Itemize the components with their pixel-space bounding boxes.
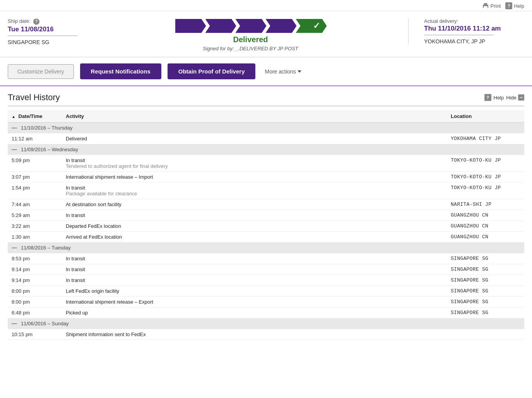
activity-main: In transit — [66, 266, 85, 272]
activity-cell: In transitTendered to authorized agent f… — [62, 155, 447, 172]
action-bar: Customize Delivery Request Notifications… — [0, 57, 532, 86]
location-cell — [447, 329, 524, 340]
location-cell: SINGAPORE SG — [447, 307, 524, 318]
location-cell: TOKYO-KOTO-KU JP — [447, 172, 524, 183]
location-cell: SINGAPORE SG — [447, 297, 524, 307]
activity-cell: In transitPackage available for clearanc… — [62, 183, 447, 199]
table-row: 9:53 pm In transit SINGAPORE SG — [8, 253, 524, 264]
table-row: 1:54 pm In transitPackage available for … — [8, 183, 524, 199]
ship-center: ✓ Delivered Signed for by: _.DELIVERED B… — [93, 18, 408, 51]
activity-main: Delivered — [66, 136, 87, 142]
help-circle-icon[interactable]: ? — [33, 19, 39, 25]
activity-main: Picked up — [66, 310, 88, 316]
table-row: 5:09 pm In transitTendered to authorized… — [8, 155, 524, 172]
day-label: 11/08/2016 – Tuesday — [21, 245, 71, 251]
location-header: Location — [447, 110, 524, 123]
table-row: 6:48 pm Picked up SINGAPORE SG — [8, 307, 524, 318]
time-cell: 7:44 am — [8, 199, 62, 210]
print-icon — [482, 3, 489, 9]
step5-arrow-delivered: ✓ — [296, 19, 327, 33]
step4-arrow — [266, 19, 297, 33]
activity-main: At destination sort facility — [66, 202, 121, 207]
obtain-proof-button[interactable]: Obtain Proof of Delivery — [168, 63, 256, 79]
location-cell: SINGAPORE SG — [447, 286, 524, 297]
progress-bar: ✓ — [175, 19, 326, 33]
customize-delivery-button[interactable]: Customize Delivery — [8, 64, 74, 79]
date-time-header[interactable]: ▲ Date/Time — [8, 110, 62, 123]
minus-icon: − — [518, 94, 524, 101]
activity-header: Activity — [62, 110, 447, 123]
activity-sub: Tendered to authorized agent for final d… — [66, 163, 168, 169]
time-cell: 5:09 pm — [8, 155, 62, 172]
shipment-header: Ship date: ? Tue 11/08/2016 SINGAPORE SG… — [0, 11, 532, 57]
activity-sub: Package available for clearance — [66, 191, 137, 196]
activity-cell: In transit — [62, 275, 447, 286]
day-label: 11/09/2016 – Wednesday — [21, 147, 78, 152]
step1-arrow — [175, 19, 206, 33]
top-bar: Print ? Help — [0, 0, 532, 11]
day-label: 11/06/2016 – Sunday — [21, 321, 69, 326]
dash-icon — [12, 248, 17, 248]
table-row: 5:29 am In transit GUANGZHOU CN — [8, 210, 524, 221]
sort-icon: ▲ — [12, 114, 15, 119]
activity-main: In transit — [66, 212, 85, 218]
hide-button[interactable]: Hide − — [506, 94, 524, 101]
location-cell: SINGAPORE SG — [447, 264, 524, 275]
time-cell: 1:54 pm — [8, 183, 62, 199]
table-row: 1:30 am Arrived at FedEx location GUANGZ… — [8, 232, 524, 243]
step3-arrow — [236, 19, 267, 33]
time-cell: 6:48 pm — [8, 307, 62, 318]
time-cell: 9:53 pm — [8, 253, 62, 264]
table-row: 10:15 pm Shipment information sent to Fe… — [8, 329, 524, 340]
delivery-status: Delivered — [233, 35, 268, 44]
activity-main: Departed FedEx location — [66, 223, 121, 229]
location-cell: YOKOHAMA CITY JP — [447, 133, 524, 144]
table-row: 11:12 am Delivered YOKOHAMA CITY JP — [8, 133, 524, 144]
time-cell: 9:14 pm — [8, 264, 62, 275]
time-cell: 10:15 pm — [8, 329, 62, 340]
dash-icon — [12, 323, 17, 324]
help-button[interactable]: ? Help — [505, 2, 524, 9]
activity-main: In transit — [66, 157, 85, 163]
day-label: 11/10/2016 – Thursday — [21, 125, 72, 131]
activity-main: In transit — [66, 256, 85, 261]
ship-origin: SINGAPORE SG — [8, 39, 93, 45]
more-actions-button[interactable]: More actions — [265, 68, 301, 75]
table-row: 9:14 pm In transit SINGAPORE SG — [8, 275, 524, 286]
history-help-label: Help — [494, 95, 504, 101]
activity-main: International shipment release – Import — [66, 174, 153, 180]
time-cell: 5:29 am — [8, 210, 62, 221]
actual-delivery-label: Actual delivery: — [424, 18, 524, 24]
help-icon: ? — [505, 2, 512, 9]
history-help-icon[interactable]: ? — [484, 94, 491, 101]
travel-history-section: Travel History ? Help Hide − ▲ Date/Time… — [0, 86, 532, 348]
print-button[interactable]: Print — [482, 3, 501, 9]
activity-cell: In transit — [62, 210, 447, 221]
activity-main: Shipment information sent to FedEx — [66, 331, 146, 337]
location-cell: GUANGZHOU CN — [447, 210, 524, 221]
dash-icon — [12, 128, 17, 128]
activity-main: In transit — [66, 185, 85, 191]
step2-arrow — [205, 19, 236, 33]
location-cell: GUANGZHOU CN — [447, 221, 524, 232]
activity-cell: International shipment release – Import — [62, 172, 447, 183]
history-hide-label: Hide — [506, 95, 517, 101]
day-separator-row: 11/10/2016 – Thursday — [8, 123, 524, 133]
location-cell: NARITA-SHI JP — [447, 199, 524, 210]
actual-delivery-value: Thu 11/10/2016 11:12 am — [424, 25, 524, 32]
request-notifications-button[interactable]: Request Notifications — [80, 63, 161, 79]
activity-cell: Delivered — [62, 133, 447, 144]
time-cell: 9:14 pm — [8, 275, 62, 286]
activity-main: International shipment release – Export — [66, 299, 153, 305]
activity-cell: Shipment information sent to FedEx — [62, 329, 447, 340]
activity-cell: At destination sort facility — [62, 199, 447, 210]
activity-main: Left FedEx origin facility — [66, 288, 119, 294]
time-cell: 8:00 pm — [8, 286, 62, 297]
signed-for-text: Signed for by: _.DELIVERED BY JP POST — [203, 46, 298, 51]
day-separator-row: 11/09/2016 – Wednesday — [8, 144, 524, 155]
svg-rect-1 — [484, 3, 487, 5]
print-label: Print — [491, 3, 501, 9]
ship-right: Actual delivery: Thu 11/10/2016 11:12 am… — [408, 18, 524, 44]
day-separator-row: 11/08/2016 – Tuesday — [8, 243, 524, 253]
activity-cell: Left FedEx origin facility — [62, 286, 447, 297]
